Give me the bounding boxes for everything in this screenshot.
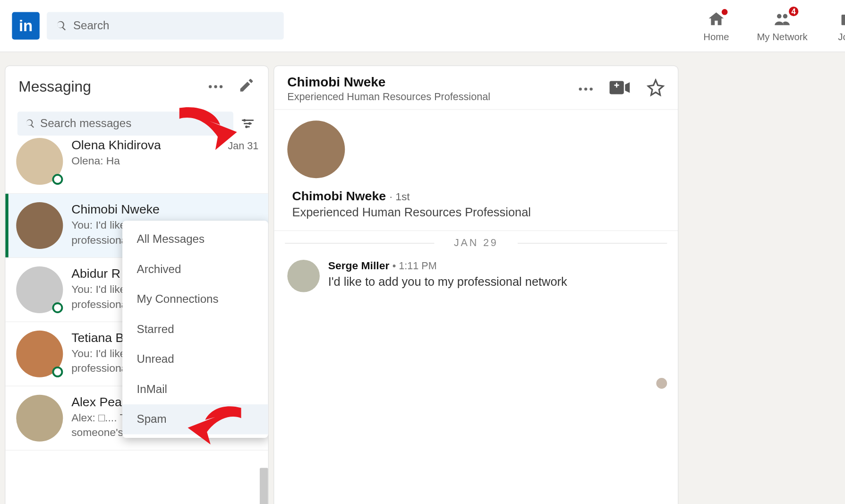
star-icon: [647, 78, 665, 96]
avatar: [16, 202, 63, 249]
presence-indicator: [52, 367, 63, 377]
conversation-name: Olena Khidirova: [71, 138, 161, 152]
linkedin-logo[interactable]: in: [12, 12, 39, 39]
video-icon: [609, 80, 630, 95]
message-row: Serge Miller • 1:11 PM I'd like to add y…: [274, 255, 678, 297]
filter-my-connections[interactable]: My Connections: [122, 284, 268, 315]
message-time: • 1:11 PM: [393, 260, 437, 272]
scrollbar-thumb[interactable]: [260, 468, 268, 504]
conversation-name: Abidur R: [71, 266, 120, 281]
messaging-title: Messaging: [18, 77, 209, 95]
nav-jobs[interactable]: Jobs: [815, 0, 845, 51]
nav-network[interactable]: 4 My Network: [749, 0, 815, 51]
video-call-button[interactable]: [609, 80, 630, 98]
thread-title: Chimobi Nweke: [287, 74, 490, 90]
compose-button[interactable]: [238, 77, 255, 96]
svg-point-2: [245, 126, 248, 128]
network-badge: 4: [788, 5, 800, 17]
filter-all-messages[interactable]: All Messages: [122, 224, 268, 255]
nav-jobs-label: Jobs: [838, 32, 845, 43]
avatar: [16, 395, 63, 442]
conversation-name: Chimobi Nweke: [71, 202, 160, 216]
read-receipt-avatar: [656, 378, 667, 389]
svg-point-1: [248, 122, 251, 125]
avatar: [16, 266, 63, 313]
message-sender: Serge Miller: [328, 260, 390, 272]
presence-indicator: [52, 302, 63, 313]
search-placeholder: Search: [73, 19, 109, 33]
nav-items: Home 4 My Network Jobs Messaging 12: [683, 0, 845, 51]
compose-icon: [238, 77, 255, 94]
thread-person-info: Chimobi Nweke · 1st Experienced Human Re…: [274, 178, 678, 231]
avatar: [16, 331, 63, 377]
top-nav: in Search Home 4 My Network Jobs: [0, 0, 845, 52]
messaging-search-placeholder: Search messages: [40, 117, 131, 130]
messaging-header: Messaging: [5, 66, 268, 107]
more-options-button[interactable]: [209, 85, 222, 88]
filter-button[interactable]: [239, 115, 256, 132]
thread-avatar[interactable]: [287, 120, 345, 178]
search-icon: [55, 20, 67, 32]
global-search-input[interactable]: Search: [47, 12, 284, 39]
jobs-icon: [839, 10, 845, 28]
thread-person-name: Chimobi Nweke · 1st: [292, 189, 665, 203]
filter-starred[interactable]: Starred: [122, 314, 268, 344]
filter-unread[interactable]: Unread: [122, 344, 268, 375]
filter-archived[interactable]: Archived: [122, 254, 268, 284]
thread-panel: Chimobi Nweke Experienced Human Resource…: [273, 65, 678, 504]
message-text: I'd like to add you to my professional n…: [328, 275, 567, 289]
star-button[interactable]: [647, 78, 665, 99]
content-area: Messaging Search messages: [0, 52, 845, 504]
svg-rect-5: [616, 83, 617, 87]
nav-network-label: My Network: [757, 32, 807, 43]
annotation-arrow: [173, 102, 239, 158]
svg-point-0: [243, 119, 246, 122]
filter-icon: [240, 116, 256, 131]
annotation-arrow: [184, 399, 244, 450]
home-badge: [720, 8, 729, 17]
nav-home[interactable]: Home: [683, 0, 750, 51]
avatar: [287, 260, 320, 292]
thread-subtitle: Experienced Human Resources Professional: [287, 91, 490, 103]
thread-more-button[interactable]: [579, 87, 593, 90]
date-separator: JAN 29: [274, 231, 678, 255]
presence-indicator: [52, 174, 63, 185]
avatar: [16, 138, 63, 185]
messaging-panel: Messaging Search messages: [5, 65, 269, 504]
search-icon: [25, 118, 35, 129]
thread-person-subtitle: Experienced Human Resources Professional: [292, 206, 665, 220]
thread-header: Chimobi Nweke Experienced Human Resource…: [274, 66, 678, 110]
nav-home-label: Home: [703, 32, 729, 43]
